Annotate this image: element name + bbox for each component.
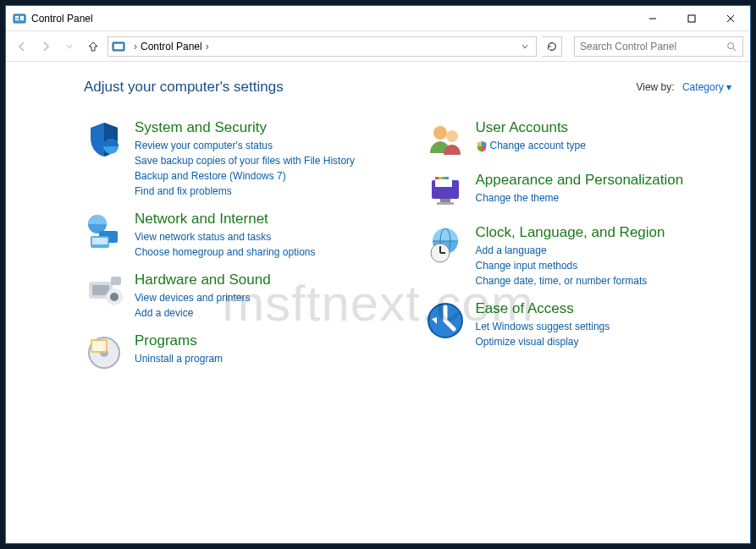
svg-point-10 [728,42,734,48]
category-icon [84,332,124,373]
svg-rect-21 [111,277,121,285]
category-link[interactable]: Choose homegroup and sharing options [135,244,315,260]
category-block: Ease of AccessLet Windows suggest settin… [425,300,732,349]
control-panel-window: Control Panel › Control Panel › msftnext… [5,5,751,544]
category-block: Network and InternetView network status … [84,211,391,260]
category-icon [84,272,124,312]
breadcrumb-separator-icon: › [206,41,209,52]
category-link[interactable]: View devices and printers [135,290,271,305]
category-block: User AccountsChange account type [425,119,732,160]
svg-rect-34 [445,177,449,179]
address-bar[interactable]: › Control Panel › [108,36,537,57]
search-icon [726,41,737,52]
page-title: Adjust your computer's settings [84,79,636,96]
category-icon [425,119,466,160]
refresh-button[interactable] [542,36,562,57]
up-button[interactable] [84,37,102,56]
category-link[interactable]: Change the theme [476,190,684,206]
close-button[interactable] [711,6,750,31]
category-block: Hardware and SoundView devices and print… [84,272,391,321]
category-link[interactable]: Change date, time, or number formats [476,273,665,288]
svg-point-28 [446,130,458,142]
content-header: Adjust your computer's settings View by:… [84,79,731,96]
minimize-button[interactable] [633,6,672,31]
maximize-button[interactable] [672,6,711,31]
address-history-button[interactable] [517,37,533,56]
category-block: Clock, Language, and RegionAdd a languag… [425,224,732,288]
back-button[interactable] [13,37,31,56]
control-panel-system-icon [13,12,26,25]
breadcrumb-root[interactable]: Control Panel [141,41,202,52]
category-title[interactable]: Appearance and Personalization [476,172,684,189]
navigation-bar: › Control Panel › [6,31,750,62]
svg-rect-36 [437,202,454,205]
category-icon [425,172,466,212]
view-by-value: Category [682,81,724,93]
category-link[interactable]: Save backup copies of your files with Fi… [135,153,355,168]
category-title[interactable]: Clock, Language, and Region [476,224,665,241]
category-link[interactable]: Review your computer's status [135,138,355,153]
svg-rect-33 [442,177,445,179]
category-title[interactable]: Network and Internet [135,211,315,228]
svg-rect-16 [92,238,108,244]
category-block: ProgramsUninstall a program [84,332,391,373]
svg-rect-3 [20,16,24,20]
category-link[interactable]: Change account type [476,138,586,153]
category-icon [425,224,466,265]
svg-rect-2 [15,19,19,20]
category-link[interactable]: Find and fix problems [135,184,355,199]
category-link[interactable]: Uninstall a program [135,351,223,366]
category-title[interactable]: Hardware and Sound [135,272,271,288]
category-block: Appearance and PersonalizationChange the… [425,172,732,212]
category-icon [84,211,124,251]
category-block: System and SecurityReview your computer'… [84,119,391,199]
category-link[interactable]: View network status and tasks [135,229,315,244]
search-box[interactable] [574,36,743,57]
category-link[interactable]: Change input methods [476,258,665,273]
view-by-control[interactable]: View by: Category ▾ [636,81,731,93]
category-link[interactable]: Let Windows suggest settings [476,319,610,334]
category-icon [425,300,466,341]
category-columns: System and SecurityReview your computer'… [84,119,731,385]
category-icon [84,119,124,160]
svg-point-20 [110,293,119,301]
svg-rect-1 [15,16,19,18]
recent-locations-button[interactable] [60,37,79,56]
category-link[interactable]: Add a device [135,305,271,321]
category-title[interactable]: User Accounts [476,119,586,136]
search-input[interactable] [580,41,726,52]
svg-rect-5 [688,15,695,22]
control-panel-address-icon [112,40,125,53]
category-link[interactable]: Optimize visual display [476,334,610,349]
category-link[interactable]: Backup and Restore (Windows 7) [135,168,355,184]
svg-line-11 [733,47,737,51]
svg-rect-26 [92,341,106,351]
view-by-label: View by: [636,81,674,93]
category-title[interactable]: Ease of Access [476,300,610,317]
window-title: Control Panel [31,13,633,25]
svg-rect-35 [440,199,450,202]
category-title[interactable]: Programs [135,332,223,349]
svg-point-27 [433,126,447,140]
titlebar: Control Panel [6,6,750,31]
category-title[interactable]: System and Security [135,119,355,136]
svg-rect-32 [439,177,442,179]
content-area: msftnext.com Adjust your computer's sett… [6,62,750,543]
forward-button[interactable] [36,37,55,56]
svg-rect-9 [114,44,123,49]
category-link[interactable]: Add a language [476,243,665,258]
breadcrumb-separator-icon: › [134,41,137,52]
svg-rect-31 [435,177,439,179]
